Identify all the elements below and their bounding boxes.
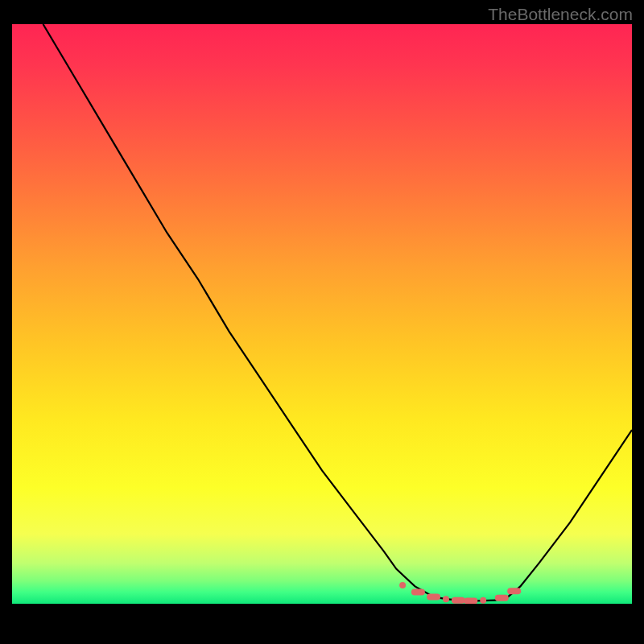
marker-segment <box>399 582 406 588</box>
marker-segment <box>464 597 477 604</box>
marker-segment <box>411 589 425 596</box>
marker-segment <box>480 597 486 604</box>
marker-segment <box>507 588 521 594</box>
watermark-text: TheBottleneck.com <box>488 5 633 24</box>
marker-segment <box>427 593 440 600</box>
marker-segment <box>452 597 465 604</box>
plot-area <box>12 24 632 604</box>
marker-segment <box>495 595 509 601</box>
marker-segment <box>443 596 449 602</box>
marker-dots <box>12 24 632 604</box>
